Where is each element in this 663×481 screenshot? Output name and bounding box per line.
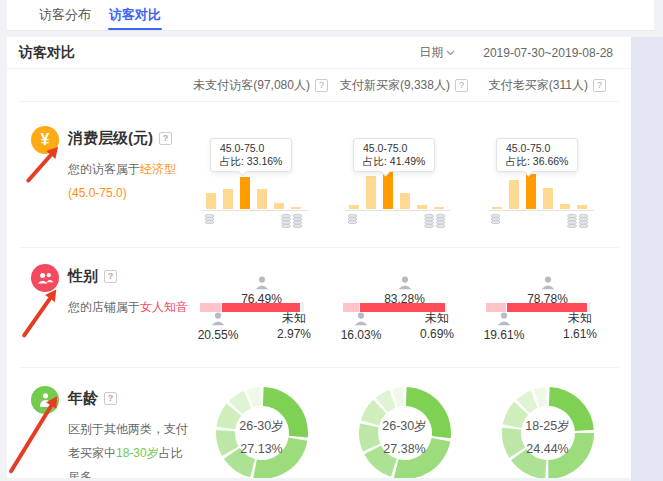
age-group-label: 26-30岁 [357, 415, 453, 438]
chart-axis [202, 210, 308, 211]
donut-center-label: 18-25岁 24.44% [500, 415, 596, 461]
male-icon [353, 312, 369, 326]
bar [434, 207, 444, 209]
gender-row-desc: 您的店铺属于女人知音 [68, 295, 190, 319]
gender-chart-cell-2: 78.78% 19.61% 未知 1.61% [476, 248, 619, 367]
bar [223, 189, 233, 209]
bar-highlight [240, 177, 250, 209]
page-background-strip [631, 37, 663, 481]
male-percent: 19.61% [482, 328, 526, 342]
column-header-row: 未支付访客(97,080人) ? 支付新买家(9,338人) ? 支付老买家(3… [19, 69, 619, 102]
male-segment [200, 303, 221, 312]
help-icon[interactable]: ? [455, 79, 468, 92]
column-title: 支付新买家(9,338人) [340, 77, 450, 94]
consumption-chart-cell-1: 45.0-75.0 占比: 41.49% [333, 102, 476, 247]
female-icon [397, 276, 413, 290]
consumption-row-label: ¥ 消费层级(元) ? 您的访客属于经济型(45.0-75.0) [19, 102, 190, 247]
yen-glyph: ¥ [41, 132, 50, 148]
consumption-row-desc: 您的访客属于经济型(45.0-75.0) [68, 157, 190, 205]
age-group-percent: 24.44% [500, 438, 596, 461]
age-donut-chart[interactable]: 26-30岁 27.38% [357, 385, 453, 478]
consumption-row-title: 消费层级(元) ? [68, 129, 190, 148]
bar [291, 207, 301, 209]
tooltip-label: 占比: [506, 155, 530, 167]
consumption-bar-chart[interactable] [492, 167, 587, 209]
tooltip-range: 45.0-75.0 [506, 142, 568, 155]
date-dropdown-label: 日期 [419, 44, 443, 61]
help-icon[interactable]: ? [104, 392, 117, 405]
consumption-bar-chart[interactable] [349, 167, 444, 209]
male-stat: 19.61% [482, 312, 526, 342]
male-icon [210, 312, 226, 326]
coins-large-icon [566, 213, 590, 228]
chart-axis [345, 210, 451, 211]
age-group-label: 26-30岁 [214, 415, 310, 438]
unknown-percent: 2.97% [269, 326, 319, 342]
male-segment [486, 303, 506, 312]
bar [577, 205, 587, 209]
age-donut-chart[interactable]: 18-25岁 24.44% [500, 385, 596, 478]
row-title-text: 年龄 [68, 389, 98, 408]
row-title-text: 性别 [68, 267, 98, 286]
desc-text: 您的店铺属于 [68, 300, 140, 314]
coins-large-icon [423, 213, 447, 228]
consumption-chart-cell-2: 45.0-75.0 占比: 36.66% [476, 102, 619, 247]
unknown-stat: 未知 2.97% [269, 310, 319, 342]
help-icon[interactable]: ? [315, 79, 328, 92]
gender-chart-cell-1: 83.28% 16.03% 未知 0.69% [333, 248, 476, 367]
help-icon[interactable]: ? [593, 79, 606, 92]
date-range-value[interactable]: 2019-07-30~2019-08-28 [483, 46, 613, 60]
tooltip-value: 41.49% [390, 155, 426, 167]
bar [274, 203, 284, 209]
date-dropdown[interactable]: 日期 [419, 44, 455, 61]
tooltip-label: 占比: [363, 155, 387, 167]
unknown-percent: 1.61% [555, 326, 605, 342]
consumption-bar-chart[interactable] [206, 167, 301, 209]
column-header-repeat-buyers: 支付老买家(311人) ? [476, 77, 619, 94]
bar [560, 204, 570, 209]
chart-tooltip: 45.0-75.0 占比: 41.49% [353, 138, 435, 172]
bar [257, 189, 267, 209]
column-header-unpaid-visitors: 未支付访客(97,080人) ? [189, 77, 332, 94]
donut-center-label: 26-30岁 27.38% [357, 415, 453, 461]
chevron-down-icon [446, 50, 455, 56]
female-icon [540, 276, 556, 290]
age-group-percent: 27.38% [357, 438, 453, 461]
help-icon[interactable]: ? [104, 270, 117, 283]
help-icon[interactable]: ? [159, 132, 172, 145]
bar [492, 207, 502, 209]
unknown-percent: 0.69% [412, 326, 462, 342]
male-icon [496, 312, 512, 326]
unknown-label: 未知 [555, 310, 605, 326]
bar [417, 205, 427, 209]
desc-highlight: 女人知音 [140, 300, 188, 314]
gender-chart-cell-0: 76.49% 20.55% 未知 2.97% [190, 248, 333, 367]
tooltip-range: 45.0-75.0 [220, 142, 282, 155]
consumption-chart-cell-0: 45.0-75.0 占比: 33.16% [190, 102, 333, 247]
tab-visitor-compare[interactable]: 访客对比 [108, 0, 162, 30]
tab-visitor-distribution[interactable]: 访客分布 [38, 0, 92, 30]
bar [400, 193, 410, 209]
row-consumption-level: ¥ 消费层级(元) ? 您的访客属于经济型(45.0-75.0) 45.0-75… [19, 102, 619, 248]
top-tab-bar: 访客分布 访客对比 [7, 0, 654, 31]
bar-highlight [526, 174, 536, 209]
page-title: 访客对比 [19, 44, 75, 62]
age-group-label: 18-25岁 [500, 415, 596, 438]
age-chart-cell-1: 26-30岁 27.38% [333, 368, 476, 478]
donut-center-label: 26-30岁 27.13% [214, 415, 310, 461]
male-percent: 16.03% [339, 328, 383, 342]
gender-row-title: 性别 ? [68, 267, 190, 286]
age-chart-cell-2: 18-25岁 24.44% [476, 368, 619, 478]
age-group-percent: 27.13% [214, 438, 310, 461]
people-glyph [37, 272, 54, 285]
consumption-row-text: 消费层级(元) ? 您的访客属于经济型(45.0-75.0) [68, 126, 190, 247]
date-filter: 日期 2019-07-30~2019-08-28 [419, 44, 613, 61]
age-donut-chart[interactable]: 26-30岁 27.13% [214, 385, 310, 478]
bar [509, 180, 519, 209]
desc-text: 您的访客属于 [68, 162, 140, 176]
male-stat: 16.03% [339, 312, 383, 342]
row-age: 年龄 ? 区别于其他两类，支付老买家中18-30岁占比居多 26-30岁 27.… [19, 368, 619, 478]
tooltip-label: 占比: [220, 155, 244, 167]
age-row-title: 年龄 ? [68, 389, 190, 408]
desc-highlight: 18-30岁 [116, 446, 159, 460]
